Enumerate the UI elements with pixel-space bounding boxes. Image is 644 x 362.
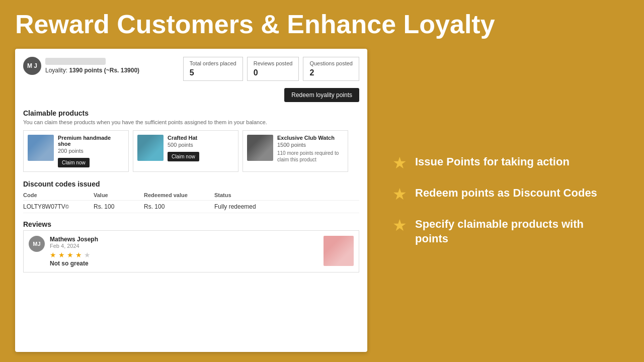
discount-value: Rs. 100 — [94, 203, 144, 210]
feature-star-3: ★ — [392, 217, 407, 233]
product-card-hat: Crafted Hat 500 points Claim now — [133, 130, 238, 172]
product-details-hat: Crafted Hat 500 points Claim now — [168, 135, 234, 161]
loyalty-label: Loyality: — [45, 67, 67, 74]
discount-redeemed: Rs. 100 — [144, 203, 214, 210]
reviewer-avatar: MJ — [29, 236, 45, 252]
page-container: Reward Customers & Enhance Loyalty M J L… — [0, 0, 644, 362]
feature-item-3: ★ Specify claimable products with points — [392, 217, 619, 246]
stats-boxes: Total orders placed 5 Reviews posted 0 Q… — [183, 57, 359, 81]
star-5-empty: ★ — [84, 251, 91, 259]
redeem-btn-row: Redeem loyality points — [23, 88, 359, 102]
product-img-shoe — [28, 135, 54, 161]
page-headline: Reward Customers & Enhance Loyalty — [15, 10, 629, 39]
stat-label-orders: Total orders placed — [190, 60, 236, 66]
product-img-hat — [137, 135, 164, 161]
star-1: ★ — [50, 251, 56, 259]
stat-box-questions: Questions posted 2 — [303, 57, 359, 81]
col-header-status: Status — [214, 192, 359, 198]
customer-header: M J Loyality: 1390 points (~Rs. 13900) — [23, 57, 359, 81]
col-header-code: Code — [23, 192, 94, 198]
discount-codes-title: Discount codes issued — [23, 180, 359, 188]
stat-box-orders: Total orders placed 5 — [183, 57, 243, 81]
product-card-shoe: Premium handmade shoe 200 points Claim n… — [23, 130, 129, 172]
avatar-initials: M J — [27, 62, 37, 69]
review-title: Not so greate — [50, 260, 318, 267]
star-2: ★ — [58, 251, 65, 259]
reviewer-name: Mathews Joseph — [50, 236, 318, 243]
product-points-shoe: 200 points — [58, 148, 124, 154]
discount-code: LOLTY8W07TV© — [23, 203, 94, 210]
col-header-value: Value — [94, 192, 144, 198]
features-panel: ★ Issue Points for taking action ★ Redee… — [382, 49, 629, 352]
claim-hat-button[interactable]: Claim now — [168, 152, 199, 161]
product-name-watch: Exclusive Club Watch — [277, 135, 344, 141]
products-row: Premium handmade shoe 200 points Claim n… — [23, 130, 359, 172]
claimable-subtitle: You can claim these products when you ha… — [23, 119, 359, 125]
product-name-hat: Crafted Hat — [168, 135, 234, 141]
discount-codes-section: Discount codes issued Code Value Redeeme… — [23, 180, 359, 213]
customer-info: Loyality: 1390 points (~Rs. 13900) — [45, 58, 139, 74]
feature-text-1: Issue Points for taking action — [415, 155, 570, 169]
ui-card: M J Loyality: 1390 points (~Rs. 13900) — [15, 49, 367, 352]
review-card: MJ Mathews Joseph Feb 4, 2024 ★ ★ ★ ★ ★ … — [23, 230, 359, 273]
stat-value-orders: 5 — [190, 68, 236, 77]
product-img-watch — [247, 135, 273, 161]
star-4: ★ — [75, 251, 82, 259]
feature-text-2: Redeem points as Discount Codes — [415, 186, 597, 201]
product-note-watch: 110 more points required to claim this p… — [277, 150, 344, 163]
review-image — [324, 236, 354, 266]
stat-value-questions: 2 — [309, 68, 353, 77]
stat-box-reviews: Reviews posted 0 — [247, 57, 299, 81]
discount-status: Fully redeemed — [214, 203, 359, 210]
feature-star-2: ★ — [392, 186, 407, 202]
redeem-loyalty-button[interactable]: Redeem loyality points — [284, 88, 359, 102]
product-points-watch: 1500 points — [277, 142, 344, 148]
claimable-title: Claimable products — [23, 109, 359, 117]
product-card-watch: Exclusive Club Watch 1500 points 110 mor… — [243, 130, 348, 172]
feature-item-2: ★ Redeem points as Discount Codes — [392, 186, 619, 202]
customer-name-blurred — [45, 58, 106, 65]
reviews-title: Reviews — [23, 220, 359, 228]
table-header: Code Value Redeemed value Status — [23, 190, 359, 201]
reviewer-date: Feb 4, 2024 — [50, 243, 318, 249]
star-3: ★ — [67, 251, 73, 259]
avatar: M J — [23, 57, 41, 75]
product-name-shoe: Premium handmade shoe — [58, 135, 124, 147]
feature-star-1: ★ — [392, 155, 407, 171]
reviewer-info: Mathews Joseph Feb 4, 2024 ★ ★ ★ ★ ★ Not… — [50, 236, 318, 267]
content-area: M J Loyality: 1390 points (~Rs. 13900) — [15, 49, 629, 352]
stat-label-questions: Questions posted — [309, 60, 353, 66]
loyalty-text: Loyality: 1390 points (~Rs. 13900) — [45, 67, 139, 74]
claim-shoe-button[interactable]: Claim now — [58, 158, 90, 167]
product-points-hat: 500 points — [168, 142, 234, 148]
review-stars: ★ ★ ★ ★ ★ — [50, 251, 318, 259]
reviews-section: Reviews MJ Mathews Joseph Feb 4, 2024 ★ … — [23, 220, 359, 273]
product-details-shoe: Premium handmade shoe 200 points Claim n… — [58, 135, 124, 167]
stat-label-reviews: Reviews posted — [254, 60, 293, 66]
col-header-redeemed: Redeemed value — [144, 192, 214, 198]
loyalty-points: 1390 points (~Rs. 13900) — [69, 67, 139, 74]
feature-text-3: Specify claimable products with points — [415, 217, 619, 246]
table-row: LOLTY8W07TV© Rs. 100 Rs. 100 Fully redee… — [23, 201, 359, 213]
product-details-watch: Exclusive Club Watch 1500 points 110 mor… — [277, 135, 344, 163]
stat-value-reviews: 0 — [254, 68, 293, 77]
feature-item-1: ★ Issue Points for taking action — [392, 155, 619, 171]
